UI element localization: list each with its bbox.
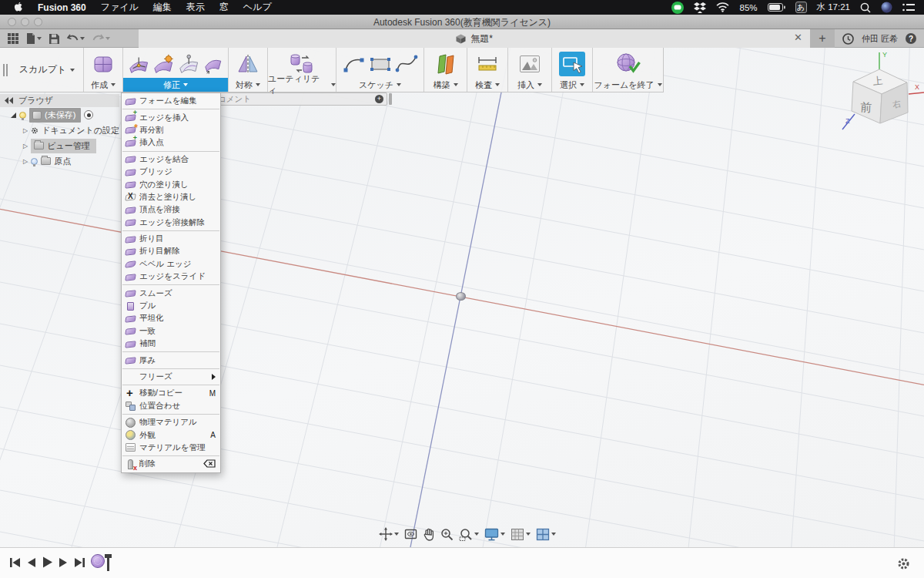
browser-row-origin[interactable]: ▷ 原点 — [0, 153, 119, 169]
collapsed-triangle-icon[interactable]: ▷ — [23, 127, 28, 134]
toolbar-construct-button[interactable]: 構築 — [424, 78, 467, 92]
go-to-end-button[interactable] — [74, 557, 85, 568]
workspace-selector[interactable]: スカルプト — [11, 48, 83, 92]
menubar-clock[interactable]: 水 17:21 — [817, 2, 850, 13]
visibility-bulb-icon[interactable] — [31, 158, 38, 165]
grid-snap-button[interactable] — [511, 528, 531, 541]
view-cube[interactable]: Y X Z 上 前 右 — [838, 46, 924, 139]
measure-icon[interactable] — [476, 53, 499, 75]
document-tab[interactable]: 無題* ✕ — [139, 29, 810, 48]
help-icon[interactable]: ? — [906, 33, 916, 44]
toolbar-utilities-button[interactable]: ユーティリティ — [268, 78, 336, 92]
redo-button[interactable] — [92, 34, 110, 43]
viewports-button[interactable] — [536, 528, 556, 541]
menubar-item-edit[interactable]: 編集 — [153, 1, 172, 14]
dropbox-icon[interactable] — [694, 2, 706, 13]
subdivide-icon[interactable] — [178, 53, 199, 75]
step-forward-button[interactable] — [59, 557, 68, 568]
expand-triangle-icon[interactable] — [11, 113, 16, 118]
timeline-feature[interactable] — [91, 554, 109, 571]
origin-sphere[interactable] — [456, 292, 466, 301]
collapsed-triangle-icon[interactable]: ▷ — [23, 158, 28, 165]
toolbar-symmetry-button[interactable]: 対称 — [229, 78, 267, 92]
menu-item-appearance[interactable]: 外観A — [122, 428, 220, 441]
menu-item-merge-edge[interactable]: エッジを結合 — [122, 153, 220, 166]
browser-root-item[interactable]: (未保存) — [29, 108, 81, 123]
menu-item-bevel-edge[interactable]: ベベル エッジ — [122, 258, 220, 271]
menu-item-thicken[interactable]: 厚み — [122, 354, 220, 366]
menu-item-insert-point[interactable]: 挿入点 — [122, 136, 220, 149]
menu-item-unweld-edges[interactable]: エッジを溶接解除 — [122, 217, 220, 229]
app-grid-icon[interactable] — [8, 33, 18, 44]
edit-form-icon[interactable] — [128, 53, 149, 75]
select-tool-icon[interactable] — [559, 52, 585, 76]
insert-image-icon[interactable] — [518, 54, 541, 74]
toolbar-finish-form-button[interactable]: フォームを終了 — [593, 78, 663, 92]
collapsed-triangle-icon[interactable]: ▷ — [23, 143, 28, 150]
menubar-item-file[interactable]: ファイル — [101, 1, 139, 14]
play-button[interactable] — [42, 556, 52, 568]
siri-icon[interactable] — [881, 2, 892, 13]
spotlight-search-icon[interactable] — [860, 2, 871, 13]
menu-item-none[interactable]: フリーズ — [122, 371, 220, 383]
sketch-spline-icon[interactable] — [395, 53, 418, 75]
timeline-settings-gear-icon[interactable] — [897, 557, 910, 570]
toolbar-grip[interactable] — [0, 48, 11, 92]
symmetry-icon[interactable] — [237, 53, 259, 75]
look-at-button[interactable] — [404, 528, 417, 540]
menu-item-bridge[interactable]: ブリッジ — [122, 166, 220, 178]
browser-row-named-views[interactable]: ▷ ビュー管理 — [0, 138, 119, 153]
menu-item-match[interactable]: 一致 — [122, 325, 220, 338]
job-status-clock-icon[interactable] — [842, 33, 854, 45]
insert-edge-icon[interactable] — [152, 53, 174, 75]
line-app-icon[interactable] — [671, 2, 684, 14]
menu-item-fill-hole[interactable]: 穴の塗り潰し — [122, 178, 220, 190]
menu-item-pull[interactable]: プル — [122, 300, 220, 312]
finish-form-icon[interactable] — [615, 52, 641, 76]
undo-button[interactable] — [67, 34, 85, 43]
toolbar-select-button[interactable]: 選択 — [552, 78, 592, 92]
form-feature-icon[interactable] — [91, 554, 105, 568]
new-tab-button[interactable]: + — [810, 29, 835, 48]
visibility-bulb-icon[interactable] — [19, 112, 26, 119]
menu-list-icon[interactable] — [902, 3, 915, 12]
go-to-start-button[interactable] — [9, 557, 21, 568]
file-menu-button[interactable] — [26, 33, 42, 44]
menubar-app-name[interactable]: Fusion 360 — [38, 2, 86, 13]
utilities-icon[interactable] — [289, 53, 315, 75]
orbit-button[interactable] — [379, 527, 399, 541]
browser-root-row[interactable]: (未保存) — [0, 107, 119, 123]
menu-item-interpolate[interactable]: 補間 — [122, 338, 220, 350]
active-component-radio[interactable] — [84, 110, 93, 119]
bevel-edge-icon[interactable] — [203, 53, 223, 75]
add-comment-icon[interactable]: + — [375, 95, 383, 103]
tab-close-icon[interactable]: ✕ — [794, 32, 802, 43]
toolbar-insert-button[interactable]: 挿入 — [508, 78, 551, 92]
browser-header[interactable]: ブラウザ — [0, 94, 119, 107]
wifi-icon[interactable] — [716, 2, 729, 12]
menubar-item-help[interactable]: ヘルプ — [243, 1, 272, 14]
construct-icon[interactable] — [435, 53, 457, 75]
toolbar-sketch-button[interactable]: スケッチ — [336, 78, 424, 92]
menu-item-delete[interactable]: 削除 — [122, 458, 220, 470]
sketch-arc-icon[interactable] — [343, 53, 366, 75]
toolbar-create-button[interactable]: 作成 — [84, 78, 122, 92]
toolbar-inspect-button[interactable]: 検査 — [467, 78, 507, 92]
menu-item-smooth[interactable]: スムーズ — [122, 287, 220, 299]
menu-item-erase-fill[interactable]: 消去と塗り潰し — [122, 191, 220, 203]
create-form-icon[interactable] — [92, 53, 114, 75]
apple-logo-icon[interactable] — [13, 2, 23, 13]
toolbar-modify-button[interactable]: 修正 — [123, 78, 228, 92]
menu-item-weld-vertices[interactable]: 頂点を溶接 — [122, 203, 220, 216]
step-back-button[interactable] — [27, 557, 36, 568]
zoom-window-button[interactable] — [459, 528, 479, 541]
user-name[interactable]: 仲田 匠希 — [862, 33, 898, 45]
menu-item-move-copy[interactable]: 移動/コピーM — [122, 387, 220, 399]
menu-item-manage-materials[interactable]: マテリアルを管理 — [122, 442, 220, 454]
ime-input-icon[interactable]: あ — [795, 2, 807, 13]
sketch-rectangle-icon[interactable] — [369, 53, 392, 75]
save-icon[interactable] — [49, 34, 59, 44]
zoom-button[interactable] — [440, 528, 454, 541]
display-settings-button[interactable] — [484, 528, 505, 541]
menu-item-crease[interactable]: 折り目 — [122, 233, 220, 245]
